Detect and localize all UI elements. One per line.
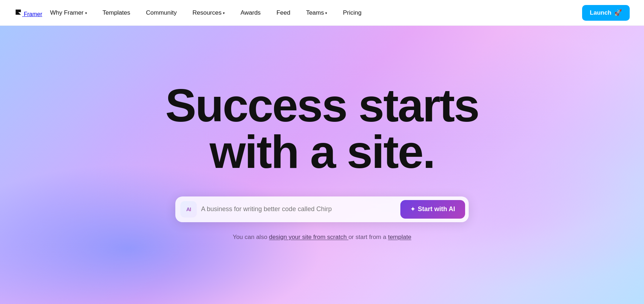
nav-link-awards[interactable]: Awards — [233, 0, 268, 26]
framer-logo-icon — [14, 8, 22, 16]
ai-prompt-input[interactable] — [201, 205, 396, 213]
navbar: Framer Why Framer ▾ Templates Community … — [0, 0, 644, 26]
hero-subtitle: You can also design your site from scrat… — [233, 234, 411, 241]
sparkle-icon: ✦ — [410, 206, 415, 213]
hero-section: Success starts with a site. AI ✦ Start w… — [0, 26, 644, 304]
nav-link-community[interactable]: Community — [138, 0, 185, 26]
chevron-down-icon: ▾ — [223, 11, 225, 15]
nav-link-resources[interactable]: Resources ▾ — [185, 0, 233, 26]
ai-icon: AI — [180, 201, 197, 218]
nav-link-why-framer[interactable]: Why Framer ▾ — [42, 0, 95, 26]
template-link[interactable]: template — [388, 234, 411, 240]
brand-logo[interactable]: Framer — [14, 8, 42, 18]
hero-title: Success starts with a site. — [165, 82, 479, 175]
nav-links: Why Framer ▾ Templates Community Resourc… — [42, 0, 582, 26]
brand-name: Framer — [24, 11, 42, 17]
chevron-down-icon: ▾ — [85, 11, 87, 15]
chevron-down-icon: ▾ — [325, 11, 327, 15]
nav-link-feed[interactable]: Feed — [269, 0, 298, 26]
design-from-scratch-link[interactable]: design your site from scratch — [269, 234, 348, 240]
launch-button[interactable]: Launch 🚀 — [582, 5, 630, 21]
nav-link-pricing[interactable]: Pricing — [335, 0, 369, 26]
nav-link-teams[interactable]: Teams ▾ — [298, 0, 335, 26]
start-with-ai-button[interactable]: ✦ Start with AI — [400, 200, 465, 219]
ai-input-bar: AI ✦ Start with AI — [175, 196, 469, 222]
nav-link-templates[interactable]: Templates — [95, 0, 138, 26]
launch-emoji: 🚀 — [614, 9, 622, 16]
